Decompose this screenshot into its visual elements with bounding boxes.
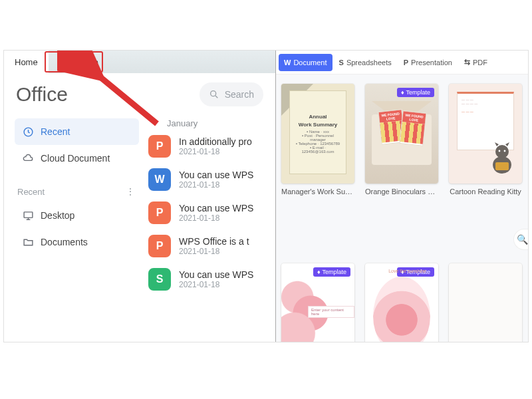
tab-home[interactable]: Home — [4, 51, 49, 73]
cat-illustration-icon — [489, 142, 515, 174]
doc-title: You can use WPS — [179, 170, 253, 180]
filetype-icon: S — [148, 268, 171, 291]
tab-label: Spreadsheets — [346, 59, 392, 66]
template-card[interactable]: ♦Template Love the sunshine — [365, 263, 438, 342]
title-row: Office Search — [4, 73, 275, 113]
tab-new[interactable]: + NewTab — [49, 51, 108, 73]
template-gallery-pane: WDocument SSpreadsheets PPresentation ⇆P… — [275, 51, 529, 342]
doc-title: WPS Office is a t — [179, 236, 249, 247]
template-caption: Manager's Work Summary — [281, 188, 354, 196]
recent-document-row[interactable]: PIn additionally pro2021-01-18 — [147, 130, 275, 163]
sidebar-item-label: Cloud Document — [41, 153, 110, 164]
sidebar-item-desktop[interactable]: Desktop — [15, 202, 139, 229]
search-input[interactable]: Search — [200, 82, 263, 106]
template-card[interactable]: AnnualWork Summary▪ Name · xxx▪ Post · P… — [281, 84, 354, 196]
template-card[interactable]: — — —— — — —— — — Cartoon Reading Kitty — [449, 84, 522, 196]
left-pane: Home + NewTab Office Search Recen — [4, 51, 275, 342]
sheet-glyph-icon: S — [339, 59, 344, 66]
template-thumbnail — [449, 263, 522, 342]
template-type-tabs: WDocument SSpreadsheets PPresentation ⇆P… — [276, 51, 529, 74]
desktop-icon — [23, 210, 34, 221]
template-badge: ♦Template — [397, 88, 434, 97]
app-title: Office — [16, 83, 68, 106]
doc-date: 2021-01-18 — [179, 147, 252, 156]
tab-home-label: Home — [15, 57, 38, 67]
filetype-icon: P — [148, 135, 171, 158]
tab-pdf[interactable]: ⇆PDF — [459, 54, 493, 71]
svg-rect-7 — [495, 162, 509, 170]
svg-point-0 — [210, 91, 215, 96]
template-card[interactable]: ♦Template WE FOUND LOVE WE FOUND LOVE Or… — [365, 84, 438, 196]
doc-glyph-icon: W — [284, 59, 291, 66]
svg-line-1 — [215, 96, 217, 98]
recent-document-row[interactable]: PYou can use WPS2021-01-18 — [147, 196, 275, 229]
recent-document-row[interactable]: SYou can use WPS2021-01-18 — [147, 263, 275, 296]
quick-search-button[interactable]: 🔍 — [513, 229, 529, 250]
doc-date: 2021-01-18 — [179, 180, 253, 190]
template-thumbnail: AnnualWork Summary▪ Name · xxx▪ Post · P… — [281, 84, 354, 184]
doc-title: You can use WPS — [179, 269, 253, 280]
svg-rect-3 — [24, 211, 33, 217]
template-thumbnail: ♦Template WE FOUND LOVE WE FOUND LOVE — [365, 84, 438, 184]
doc-date: 2021-01-18 — [179, 247, 249, 256]
svg-point-9 — [504, 150, 506, 152]
svg-point-8 — [499, 150, 501, 152]
sidebar-item-recent[interactable]: Recent — [15, 118, 139, 145]
tab-bar: Home + NewTab — [4, 51, 275, 73]
sidebar-item-cloud[interactable]: Cloud Document — [15, 145, 139, 172]
template-caption: Cartoon Reading Kitty — [449, 188, 522, 196]
sidebar-item-documents[interactable]: Documents — [15, 229, 139, 255]
template-thumbnail: ♦Template Love the sunshine — [365, 263, 438, 342]
template-thumbnail: — — —— — — —— — — — [449, 84, 522, 184]
sidebar-group-label: Recent — [17, 187, 45, 197]
filetype-icon: P — [148, 235, 171, 257]
filetype-icon: P — [148, 201, 171, 224]
template-row-1: AnnualWork Summary▪ Name · xxx▪ Post · P… — [276, 74, 529, 196]
recent-documents: January PIn additionally pro2021-01-18WY… — [147, 113, 275, 296]
tab-label: Presentation — [411, 59, 452, 66]
tab-document[interactable]: WDocument — [279, 54, 332, 71]
doc-date: 2021-01-18 — [179, 280, 253, 289]
svg-point-6 — [495, 145, 509, 158]
sidebar-group-recent: Recent ⋮ — [15, 182, 139, 202]
cloud-icon — [23, 153, 34, 164]
tab-new-label: NewTab — [67, 57, 98, 67]
clock-icon — [23, 126, 34, 138]
recent-month-label: January — [147, 114, 275, 130]
pres-glyph-icon: P — [404, 59, 408, 66]
doc-title: You can use WPS — [179, 203, 253, 213]
tab-label: Document — [293, 59, 327, 66]
tab-presentation[interactable]: PPresentation — [398, 54, 458, 71]
template-caption: Orange Binoculars Love Po… — [365, 188, 438, 196]
sidebar: Recent Cloud Document Recent ⋮ Desk — [4, 113, 147, 296]
search-icon — [209, 89, 219, 100]
filetype-icon: W — [148, 168, 171, 191]
doc-title: In additionally pro — [179, 136, 252, 147]
template-card[interactable] — [449, 263, 522, 342]
recent-document-row[interactable]: PWPS Office is a t2021-01-18 — [147, 229, 275, 263]
recent-document-row[interactable]: WYou can use WPS2021-01-18 — [147, 163, 275, 196]
folder-icon — [23, 237, 34, 248]
search-placeholder: Search — [225, 89, 254, 100]
doc-date: 2021-01-18 — [179, 213, 253, 223]
plus-icon: + — [58, 57, 63, 67]
search-icon: 🔍 — [517, 234, 528, 245]
template-thumbnail: ♦Template Enter your content here — [281, 263, 354, 342]
sidebar-item-label: Documents — [41, 237, 88, 247]
template-card[interactable]: ♦Template Enter your content here — [281, 263, 354, 342]
tab-label: PDF — [473, 59, 487, 66]
tab-spreadsheets[interactable]: SSpreadsheets — [334, 54, 397, 71]
sidebar-item-label: Desktop — [41, 210, 74, 221]
pdf-glyph-icon: ⇆ — [464, 58, 470, 66]
sidebar-item-label: Recent — [41, 126, 70, 137]
more-icon[interactable]: ⋮ — [126, 186, 135, 197]
diamond-icon: ♦ — [401, 89, 404, 96]
template-row-2: ♦Template Enter your content here ♦Templ… — [281, 263, 529, 342]
